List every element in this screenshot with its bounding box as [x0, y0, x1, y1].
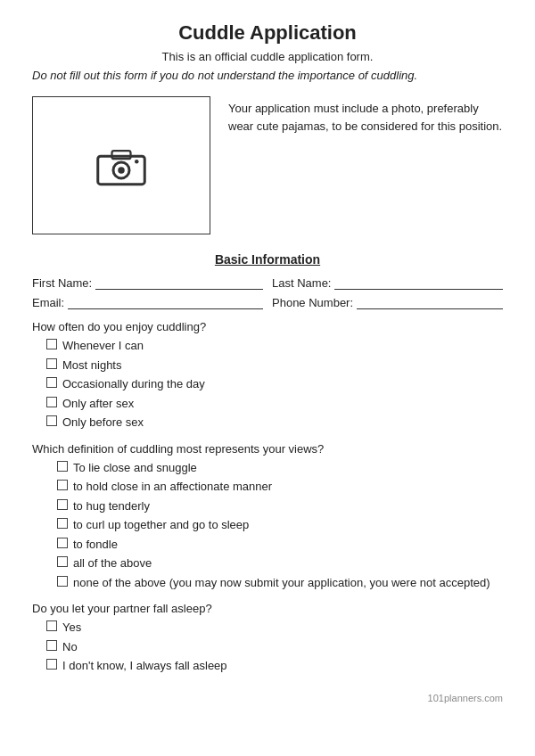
checkbox-icon[interactable] [57, 499, 68, 510]
svg-point-4 [135, 159, 139, 163]
option-label: To lie close and snuggle [73, 459, 197, 477]
list-item[interactable]: Only before sex [46, 414, 503, 431]
question-3-text: Do you let your partner fall asleep? [32, 602, 503, 615]
questions-section: How often do you enjoy cuddling?Whenever… [32, 320, 503, 675]
option-label: Whenever I can [62, 337, 144, 355]
question-3: Do you let your partner fall asleep?YesN… [32, 602, 503, 675]
option-label: Most nights [62, 357, 121, 374]
list-item[interactable]: all of the above [57, 555, 503, 572]
checkbox-icon[interactable] [46, 620, 57, 631]
question-1-text: How often do you enjoy cuddling? [32, 320, 503, 333]
option-label: to fondle [73, 536, 118, 554]
checkbox-icon[interactable] [46, 377, 57, 388]
last-name-line[interactable] [334, 275, 503, 290]
option-label: to hug tenderly [73, 497, 150, 515]
checkbox-icon[interactable] [57, 518, 68, 529]
list-item[interactable]: none of the above (you may now submit yo… [57, 574, 503, 592]
checkbox-icon[interactable] [57, 538, 68, 548]
option-label: No [62, 638, 78, 656]
list-item[interactable]: To lie close and snuggle [57, 459, 503, 477]
list-item[interactable]: Whenever I can [46, 337, 503, 355]
footer: 101planners.com [32, 693, 503, 703]
list-item[interactable]: I don't know, I always fall asleep [46, 657, 503, 675]
checkbox-icon[interactable] [46, 358, 57, 369]
first-name-field: First Name: [32, 275, 263, 290]
basic-info-section: Basic Information First Name: Last Name:… [32, 252, 503, 309]
camera-icon [95, 144, 148, 188]
page-title: Cuddle Application [32, 21, 503, 45]
italic-note: Do not fill out this form if you do not … [32, 69, 503, 82]
list-item[interactable]: Only after sex [46, 395, 503, 413]
svg-point-3 [118, 167, 125, 174]
option-label: Yes [62, 619, 81, 637]
list-item[interactable]: Yes [46, 619, 503, 637]
photo-description: Your application must include a photo, p… [228, 96, 503, 234]
option-label: Only before sex [62, 414, 144, 431]
option-label: Only after sex [62, 395, 134, 413]
last-name-field: Last Name: [272, 275, 503, 290]
list-item[interactable]: to hug tenderly [57, 497, 503, 515]
name-row: First Name: Last Name: [32, 275, 503, 290]
option-label: all of the above [73, 555, 152, 572]
checkbox-icon[interactable] [46, 415, 57, 426]
option-label: none of the above (you may now submit yo… [73, 574, 490, 592]
question-1: How often do you enjoy cuddling?Whenever… [32, 320, 503, 431]
option-label: Occasionally during the day [62, 375, 205, 393]
checkbox-icon[interactable] [57, 461, 68, 472]
section-title: Basic Information [32, 252, 503, 267]
photo-upload-box[interactable] [32, 96, 210, 234]
list-item[interactable]: to hold close in an affectionate manner [57, 478, 503, 496]
email-field: Email: [32, 295, 263, 309]
checkbox-icon[interactable] [57, 556, 68, 567]
question-2: Which definition of cuddling most repres… [32, 442, 503, 592]
phone-line[interactable] [357, 295, 503, 309]
phone-label: Phone Number: [272, 296, 353, 309]
list-item[interactable]: to curl up together and go to sleep [57, 516, 503, 534]
checkbox-icon[interactable] [46, 640, 57, 651]
subtitle: This is an official cuddle application f… [32, 50, 503, 63]
first-name-line[interactable] [95, 275, 263, 290]
question-2-text: Which definition of cuddling most repres… [32, 442, 503, 456]
list-item[interactable]: Occasionally during the day [46, 375, 503, 393]
checkbox-icon[interactable] [57, 480, 68, 490]
email-label: Email: [32, 296, 64, 309]
first-name-label: First Name: [32, 276, 92, 290]
checkbox-icon[interactable] [46, 339, 57, 349]
list-item[interactable]: Most nights [46, 357, 503, 374]
option-label: to curl up together and go to sleep [73, 516, 249, 534]
last-name-label: Last Name: [272, 276, 331, 290]
list-item[interactable]: No [46, 638, 503, 656]
contact-row: Email: Phone Number: [32, 295, 503, 309]
option-label: to hold close in an affectionate manner [73, 478, 272, 496]
checkbox-icon[interactable] [46, 659, 57, 670]
checkbox-icon[interactable] [57, 576, 68, 587]
email-line[interactable] [68, 295, 263, 309]
option-label: I don't know, I always fall asleep [62, 657, 227, 675]
list-item[interactable]: to fondle [57, 536, 503, 554]
phone-field: Phone Number: [272, 295, 503, 309]
checkbox-icon[interactable] [46, 397, 57, 407]
photo-section: Your application must include a photo, p… [32, 96, 503, 234]
